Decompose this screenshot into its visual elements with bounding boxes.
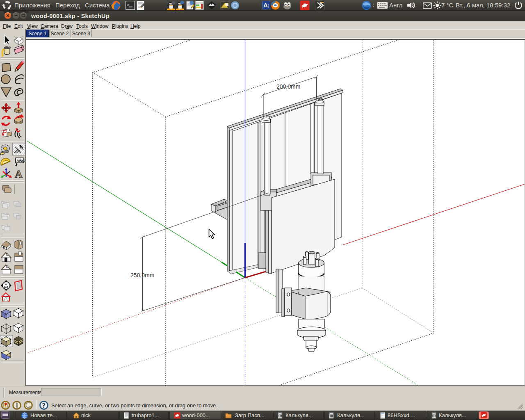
svg-text:A-5: A-5 — [4, 285, 9, 288]
svg-text:?: ? — [42, 402, 46, 409]
svg-text:Select an edge, curve, or two: Select an edge, curve, or two points to … — [51, 402, 217, 409]
svg-text:250,0mm: 250,0mm — [130, 272, 154, 278]
svg-text:200,0mm: 200,0mm — [276, 83, 300, 90]
svg-text:A: A — [263, 2, 268, 9]
svg-text:ABC: ABC — [16, 158, 25, 163]
svg-text:A: A — [15, 168, 23, 180]
svg-text:>: > — [127, 3, 129, 7]
svg-text:C: C — [5, 282, 7, 285]
